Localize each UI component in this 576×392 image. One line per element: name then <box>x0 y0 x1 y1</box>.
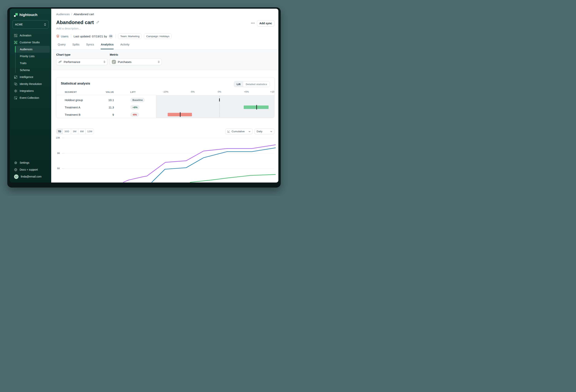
lift-badge-negative: -6% <box>130 112 139 117</box>
customer-studio-subnav: Audiences Priority Lists Traits Schema <box>10 46 51 74</box>
performance-line-chart[interactable] <box>63 135 276 182</box>
tab-syncs[interactable]: Syncs <box>86 43 94 49</box>
activation-icon <box>14 34 17 37</box>
column-header-value: VALUE <box>56 91 114 95</box>
tab-analytics[interactable]: Analytics <box>101 43 114 49</box>
toggle-lift[interactable]: Lift <box>234 81 243 87</box>
card-title: Statistical analysis <box>61 82 90 86</box>
cumulative-icon <box>227 130 230 133</box>
sidebar-item-customer-studio[interactable]: Customer Studio <box>10 39 51 46</box>
sidebar-item-activation[interactable]: Activation <box>10 32 51 39</box>
integrations-icon <box>14 89 17 93</box>
lift-axis-tick: 0% <box>218 90 221 93</box>
tab-query[interactable]: Query <box>58 43 66 49</box>
sidebar-item-schema[interactable]: Schema <box>15 67 50 74</box>
lift-chart-panel <box>156 95 274 118</box>
sidebar-item-docs-support[interactable]: Docs + support <box>10 166 51 173</box>
workspace-name: ACME <box>15 23 23 26</box>
layers-icon <box>56 34 59 38</box>
table-row-holdout[interactable]: Holdout group 10.1 Baseline <box>56 96 156 104</box>
performance-icon <box>58 60 62 63</box>
sidebar-item-audiences[interactable]: Audiences <box>15 46 50 53</box>
sidebar-item-label: Intelligence <box>20 75 33 79</box>
toggle-detailed-statistics[interactable]: Detailed statistics <box>243 81 269 87</box>
tag-badge-campaign[interactable]: Campaign: Holidays <box>144 33 172 39</box>
aggregation-select[interactable]: Cumulative <box>225 129 253 134</box>
lift-toggle: Lift Detailed statistics <box>234 81 270 87</box>
add-sync-button[interactable]: Add sync <box>257 20 274 26</box>
table-row-treatment-a[interactable]: Treatment A 11.3 +8% <box>56 104 156 111</box>
series-line-green <box>190 175 276 182</box>
chart-type-value: Performance <box>64 60 102 63</box>
lift-badge-positive: +8% <box>130 105 140 110</box>
lift-marker-tick <box>219 98 220 101</box>
logo-text: hightouch <box>19 13 37 17</box>
range-12m[interactable]: 12M <box>86 129 94 134</box>
sidebar-item-traits[interactable]: Traits <box>15 60 50 67</box>
app-body: hightouch ACME Activation <box>10 9 278 182</box>
statistical-analysis-card: Statistical analysis Lift Detailed stati… <box>56 77 275 118</box>
sidebar-item-settings[interactable]: Settings <box>10 159 51 166</box>
sidebar-item-label: Activation <box>20 34 31 37</box>
breadcrumb: Audiences / Abandoned cart <box>56 12 94 16</box>
range-6m[interactable]: 6M <box>78 129 86 134</box>
range-3m[interactable]: 3M <box>71 129 78 134</box>
last-updated: Last updated: 07/19/21 by OR <box>74 34 113 38</box>
tag-badge-team[interactable]: Team: Marketing <box>118 33 142 39</box>
chart-controls-section: Chart type Performance Metric <box>51 50 278 70</box>
intelligence-icon <box>14 75 17 79</box>
sidebar: hightouch ACME Activation <box>10 9 51 182</box>
sidebar-item-label: Customer Studio <box>20 41 40 44</box>
lift-axis-tick: -10% <box>163 90 168 93</box>
granularity-select[interactable]: Daily <box>255 129 274 134</box>
table-row-treatment-b[interactable]: Treatment B 9 -6% <box>56 111 156 118</box>
hightouch-logo-icon <box>14 13 18 17</box>
updated-by-avatar: OR <box>109 34 113 38</box>
sidebar-item-event-collection[interactable]: Event Collection <box>10 94 51 101</box>
tab-bar: Query Splits Syncs Analytics Activity <box>58 39 130 49</box>
more-options-button[interactable] <box>250 21 256 26</box>
chevron-updown-icon <box>44 23 46 26</box>
tab-splits[interactable]: Splits <box>72 43 80 49</box>
metric-select[interactable]: Purchases <box>110 59 162 65</box>
range-7d[interactable]: 7D <box>57 129 62 134</box>
sidebar-item-integrations[interactable]: Integrations <box>10 88 51 94</box>
breadcrumb-audiences[interactable]: Audiences <box>56 12 70 16</box>
chart-type-label: Chart type <box>56 53 107 56</box>
sidebar-item-identity-resolution[interactable]: Identity Resolution <box>10 81 51 88</box>
chevron-down-icon <box>270 131 272 132</box>
screen: hightouch ACME Activation <box>0 0 288 196</box>
series-line-blue <box>152 148 276 182</box>
meta-row: Users Last updated: 07/19/21 by OR Team:… <box>56 34 172 39</box>
chevron-down-icon <box>249 131 251 132</box>
tab-activity[interactable]: Activity <box>120 43 130 49</box>
column-header-lift: LIFT <box>130 91 136 95</box>
range-30d[interactable]: 30D <box>62 129 71 134</box>
sidebar-footer: Settings Docs + support LJ linda@email.c… <box>10 159 51 182</box>
y-tick-10k: 10K <box>51 137 60 139</box>
description-placeholder[interactable]: Add a description... <box>56 27 81 30</box>
aggregation-value: Cumulative <box>231 130 247 133</box>
chart-type-field: Chart type Performance <box>56 53 107 65</box>
life-ring-icon <box>14 168 17 171</box>
user-email: linda@email.com <box>21 175 42 178</box>
chart-type-select[interactable]: Performance <box>56 59 107 65</box>
lift-marker-tick <box>180 112 180 117</box>
y-tick-8k: 8K <box>51 152 60 155</box>
time-range-group: 7D 30D 3M 6M 12M <box>56 129 94 134</box>
sidebar-item-label: Identity Resolution <box>20 82 42 86</box>
workspace-selector[interactable]: ACME <box>12 20 49 29</box>
event-collection-icon <box>14 96 17 99</box>
sidebar-item-label: Event Collection <box>20 96 39 99</box>
divider <box>71 34 71 38</box>
source-label: Users <box>61 35 68 38</box>
identity-resolution-icon <box>14 82 17 86</box>
lift-marker-tick <box>257 105 257 110</box>
sidebar-item-intelligence[interactable]: Intelligence <box>10 74 51 81</box>
hightouch-logo: hightouch <box>10 9 51 17</box>
user-menu[interactable]: LJ linda@email.com <box>10 173 51 180</box>
sidebar-item-priority-lists[interactable]: Priority Lists <box>15 53 50 60</box>
edit-title-icon[interactable] <box>96 21 99 25</box>
sidebar-nav: Activation Customer Studio <box>10 32 51 101</box>
source-link[interactable]: Users <box>56 34 68 38</box>
